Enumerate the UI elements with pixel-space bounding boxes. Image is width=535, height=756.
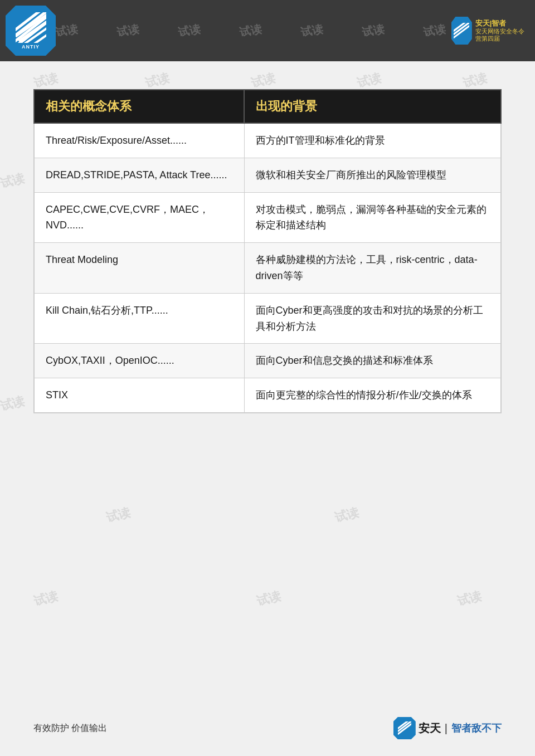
table-row: CAPEC,CWE,CVE,CVRF，MAEC，NVD......对攻击模式，脆… (34, 192, 501, 243)
watermark-1: 试读 (56, 21, 79, 40)
table-row: Kill Chain,钻石分析,TTP......面向Cyber和更高强度的攻击… (34, 293, 501, 344)
body-wm-6: 试读 (0, 170, 26, 192)
body-wm-16: 试读 (32, 588, 60, 610)
watermark-6: 试读 (361, 21, 386, 40)
footer-brand: 安天 | 智者敌不下 (393, 717, 502, 739)
header-right-logo: 安天|智者 安天网络安全冬令营第四届 (451, 8, 529, 53)
svg-line-2 (16, 21, 46, 43)
antiy-logo-small (451, 17, 472, 45)
table-cell-left-4: Kill Chain,钻石分析,TTP...... (34, 293, 244, 344)
table-row: STIX面向更完整的综合性的情报分析/作业/交换的体系 (34, 378, 501, 413)
body-wm-18: 试读 (455, 588, 483, 610)
main-table: 相关的概念体系 出现的背景 Threat/Risk/Exposure/Asset… (33, 89, 502, 413)
table-cell-right-5: 面向Cyber和信息交换的描述和标准体系 (244, 344, 501, 378)
footer-slogan: 智者敌不下 (451, 721, 502, 735)
body-wm-11: 试读 (0, 393, 26, 415)
table-cell-left-5: CybOX,TAXII，OpenIOC...... (34, 344, 244, 378)
table-cell-left-1: DREAD,STRIDE,PASTA, Attack Tree...... (34, 158, 244, 192)
table-cell-right-3: 各种威胁建模的方法论，工具，risk-centric，data-driven等等 (244, 243, 501, 294)
table-cell-right-4: 面向Cyber和更高强度的攻击和对抗的场景的分析工具和分析方法 (244, 293, 501, 344)
table-cell-right-6: 面向更完整的综合性的情报分析/作业/交换的体系 (244, 378, 501, 413)
watermark-5: 试读 (300, 21, 324, 40)
col1-header: 相关的概念体系 (34, 90, 244, 123)
watermark-3: 试读 (177, 21, 202, 40)
table-cell-right-1: 微软和相关安全厂商所推出的风险管理模型 (244, 158, 501, 192)
brand-subtitle: 安天网络安全冬令营第四届 (475, 28, 529, 42)
table-cell-right-0: 西方的IT管理和标准化的背景 (244, 123, 501, 158)
table-row: Threat/Risk/Exposure/Asset......西方的IT管理和… (34, 123, 501, 158)
footer-logo-icon (393, 717, 416, 739)
table-row: DREAD,STRIDE,PASTA, Attack Tree......微软和… (34, 158, 501, 192)
table-cell-left-0: Threat/Risk/Exposure/Asset...... (34, 123, 244, 158)
logo-stripes (16, 12, 46, 43)
footer: 有效防护 价值输出 安天 | 智者敌不下 (0, 717, 535, 739)
brand-name-header: 安天|智者 (475, 19, 529, 28)
main-content: 试读 试读 试读 试读 试读 试读 试读 试读 试读 试读 试读 试读 试读 试… (0, 61, 535, 708)
watermark-7: 试读 (422, 21, 446, 40)
body-wm-17: 试读 (255, 588, 283, 610)
table-cell-left-3: Threat Modeling (34, 243, 244, 294)
body-wm-14: 试读 (104, 504, 132, 526)
table-cell-left-2: CAPEC,CWE,CVE,CVRF，MAEC，NVD...... (34, 192, 244, 243)
footer-brand-name: 安天 (419, 721, 441, 736)
table-row: Threat Modeling各种威胁建模的方法论，工具，risk-centri… (34, 243, 501, 294)
header-logo: ANTIY (6, 6, 56, 56)
watermark-2: 试读 (116, 21, 140, 40)
header-watermarks: 试读 试读 试读 试读 试读 试读 试读 (56, 0, 446, 61)
header: ANTIY 试读 试读 试读 试读 试读 试读 试读 安天|智者 安天网络安全冬… (0, 0, 535, 61)
watermark-4: 试读 (239, 21, 263, 40)
table-cell-right-2: 对攻击模式，脆弱点，漏洞等各种基础的安全元素的标定和描述结构 (244, 192, 501, 243)
table-cell-left-6: STIX (34, 378, 244, 413)
footer-tagline: 有效防护 价值输出 (33, 723, 107, 734)
body-wm-15: 试读 (333, 504, 361, 526)
table-row: CybOX,TAXII，OpenIOC......面向Cyber和信息交换的描述… (34, 344, 501, 378)
header-logo-text: ANTIY (22, 44, 40, 50)
col2-header: 出现的背景 (244, 90, 501, 123)
